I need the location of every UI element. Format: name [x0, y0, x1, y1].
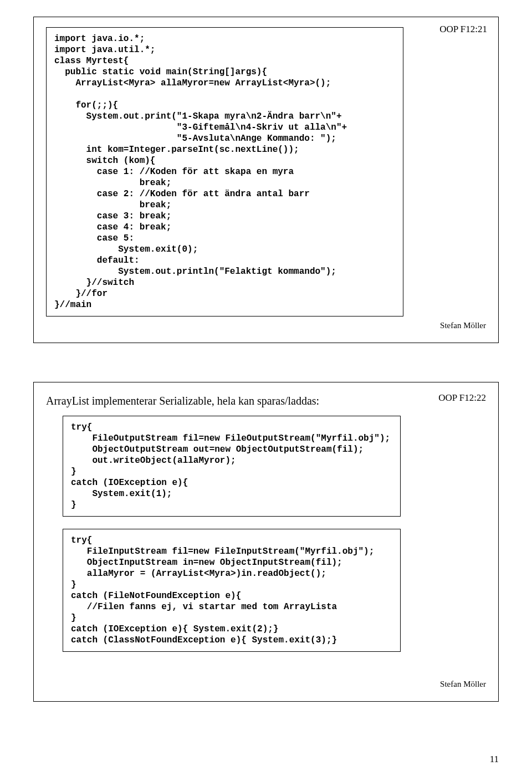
author-2: Stefan Möller: [46, 680, 486, 689]
slide-label-1: OOP F12:21: [439, 24, 487, 35]
page-number: 11: [490, 754, 499, 765]
code-block-2a: try{ FileOutputStream fil=new FileOutput…: [63, 416, 401, 517]
code-block-2b: try{ FileInputStream fil=new FileInputSt…: [63, 529, 401, 652]
slide-box-1: OOP F12:21 import java.io.*; import java…: [33, 17, 499, 343]
slide-title-2: ArrayList implementerar Serializable, he…: [46, 395, 319, 407]
author-1: Stefan Möller: [46, 321, 486, 330]
code-block-1: import java.io.*; import java.util.*; cl…: [46, 27, 403, 316]
page: OOP F12:21 import java.io.*; import java…: [0, 0, 532, 776]
slide-box-2: ArrayList implementerar Serializable, he…: [33, 382, 499, 702]
slide-label-2: OOP F12:22: [438, 392, 486, 404]
